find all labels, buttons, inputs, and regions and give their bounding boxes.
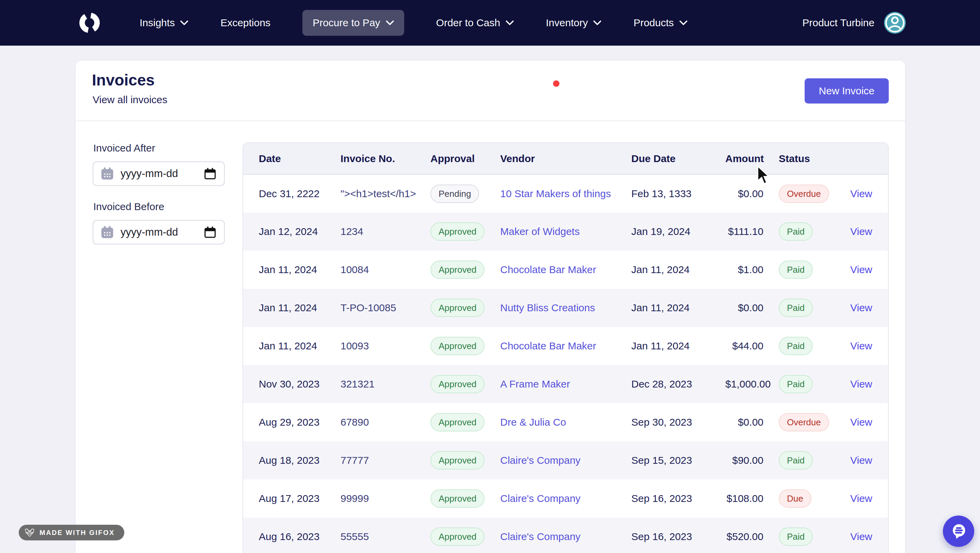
vendor-link[interactable]: A Frame Maker <box>500 378 570 389</box>
cell-amount: $0.00 <box>725 403 764 441</box>
view-link[interactable]: View <box>850 454 872 466</box>
table-row: Aug 17, 2023 99999 Approved Claire's Com… <box>243 480 889 518</box>
cell-invoice-no: "><h1>test</h1> <box>340 174 430 213</box>
cell-invoice-no: 1234 <box>340 213 430 251</box>
vendor-link[interactable]: Nutty Bliss Creations <box>500 302 595 313</box>
made-with-gifox-badge[interactable]: MADE WITH GIFOX <box>19 525 124 540</box>
column-header-date: Date <box>243 143 340 174</box>
vendor-link[interactable]: 10 Star Makers of things <box>500 188 611 199</box>
approval-badge: Approved <box>430 222 485 241</box>
table-row: Nov 30, 2023 321321 Approved A Frame Mak… <box>243 365 889 403</box>
cell-date: Aug 29, 2023 <box>243 403 340 441</box>
view-link[interactable]: View <box>850 340 872 351</box>
view-link[interactable]: View <box>850 493 872 504</box>
calendar-icon <box>100 167 115 181</box>
nav-item-label: Exceptions <box>220 17 270 29</box>
view-link[interactable]: View <box>850 378 872 389</box>
cell-due-date: Sep 15, 2023 <box>631 441 725 480</box>
nav-item-inventory[interactable]: Inventory <box>546 10 601 36</box>
approval-badge: Approved <box>430 528 485 546</box>
table-row: Aug 18, 2023 77777 Approved Claire's Com… <box>243 441 889 480</box>
nav-user-area: Product Turbine <box>802 12 906 34</box>
page-subtitle: View all invoices <box>92 94 167 106</box>
invoiced-after-label: Invoiced After <box>93 142 225 154</box>
page-title: Invoices <box>92 71 154 89</box>
chevron-down-icon <box>679 21 687 25</box>
view-link[interactable]: View <box>850 416 872 428</box>
cell-date: Aug 16, 2023 <box>243 518 340 553</box>
cell-date: Jan 11, 2024 <box>243 289 340 327</box>
nav-item-procure-to-pay[interactable]: Procure to Pay <box>302 10 404 36</box>
cell-amount: $0.00 <box>725 174 764 213</box>
top-navigation: Insights Exceptions Procure to Pay Order… <box>0 0 980 46</box>
filters-panel: Invoiced After Invoiced Before <box>92 142 225 245</box>
column-header-status: Status <box>764 143 850 174</box>
nav-item-order-to-cash[interactable]: Order to Cash <box>436 10 514 36</box>
invoiced-before-label: Invoiced Before <box>93 201 225 213</box>
approval-badge: Approved <box>430 451 485 470</box>
nav-item-exceptions[interactable]: Exceptions <box>220 10 270 36</box>
nav-item-label: Procure to Pay <box>313 17 380 29</box>
cell-due-date: Sep 30, 2023 <box>631 403 725 441</box>
vendor-link[interactable]: Dre & Julia Co <box>500 416 566 428</box>
invoiced-before-field[interactable] <box>92 220 225 245</box>
invoiced-after-input[interactable] <box>121 167 197 180</box>
table-row: Dec 31, 2222 "><h1>test</h1> Pending 10 … <box>243 174 889 213</box>
status-badge: Paid <box>779 375 813 393</box>
view-link[interactable]: View <box>850 531 872 542</box>
cell-amount: $1,000.00 <box>725 365 764 403</box>
approval-badge: Approved <box>430 413 485 431</box>
cell-due-date: Jan 11, 2024 <box>631 327 725 365</box>
status-badge: Paid <box>779 528 813 546</box>
view-link[interactable]: View <box>850 188 872 199</box>
brand-swirl-logo-icon[interactable] <box>78 11 102 35</box>
cell-amount: $520.00 <box>725 518 764 553</box>
view-link[interactable]: View <box>850 302 872 313</box>
view-link[interactable]: View <box>850 226 872 237</box>
card-header: Invoices View all invoices New Invoice <box>76 60 905 121</box>
invoiced-before-input[interactable] <box>121 226 197 238</box>
table-header-row: Date Invoice No. Approval Vendor Due Dat… <box>243 143 889 174</box>
table-row: Jan 12, 2024 1234 Approved Maker of Widg… <box>243 213 889 251</box>
table-row: Jan 11, 2024 10093 Approved Chocolate Ba… <box>243 327 889 365</box>
view-link[interactable]: View <box>850 264 872 275</box>
cell-amount: $90.00 <box>725 441 764 480</box>
chevron-down-icon <box>593 21 601 25</box>
status-badge: Paid <box>779 299 813 317</box>
nav-item-label: Order to Cash <box>436 17 500 29</box>
cell-due-date: Jan 11, 2024 <box>631 251 725 289</box>
vendor-link[interactable]: Claire's Company <box>500 531 581 542</box>
cell-due-date: Jan 19, 2024 <box>631 213 725 251</box>
calendar-picker-icon[interactable] <box>203 225 217 239</box>
nav-item-products[interactable]: Products <box>633 10 687 36</box>
cell-invoice-no: 77777 <box>340 441 430 480</box>
invoiced-after-field[interactable] <box>92 161 225 186</box>
cell-date: Dec 31, 2222 <box>243 174 340 213</box>
chevron-down-icon <box>506 21 514 25</box>
vendor-link[interactable]: Chocolate Bar Maker <box>500 264 596 275</box>
red-dot <box>553 80 560 87</box>
cell-invoice-no: 67890 <box>340 403 430 441</box>
table-body: Dec 31, 2222 "><h1>test</h1> Pending 10 … <box>243 174 889 553</box>
new-invoice-button[interactable]: New Invoice <box>805 78 889 103</box>
column-header-invoice: Invoice No. <box>340 143 430 174</box>
nav-item-insights[interactable]: Insights <box>140 10 188 36</box>
cell-invoice-no: 321321 <box>340 365 430 403</box>
invoices-table: Date Invoice No. Approval Vendor Due Dat… <box>242 142 889 553</box>
chevron-down-icon <box>386 21 394 25</box>
chat-button[interactable] <box>943 516 974 547</box>
vendor-link[interactable]: Maker of Widgets <box>500 226 579 237</box>
calendar-picker-icon[interactable] <box>203 167 217 181</box>
cell-due-date: Sep 16, 2023 <box>631 518 725 553</box>
cell-amount: $108.00 <box>725 480 764 518</box>
cell-date: Jan 11, 2024 <box>243 251 340 289</box>
user-avatar-icon[interactable] <box>884 12 906 34</box>
chat-bubble-icon <box>948 521 969 542</box>
vendor-link[interactable]: Claire's Company <box>500 493 581 504</box>
vendor-link[interactable]: Chocolate Bar Maker <box>500 340 596 351</box>
status-badge: Overdue <box>779 184 829 203</box>
cell-date: Jan 11, 2024 <box>243 327 340 365</box>
cell-invoice-no: 10093 <box>340 327 430 365</box>
vendor-link[interactable]: Claire's Company <box>500 454 581 466</box>
cell-date: Aug 17, 2023 <box>243 480 340 518</box>
